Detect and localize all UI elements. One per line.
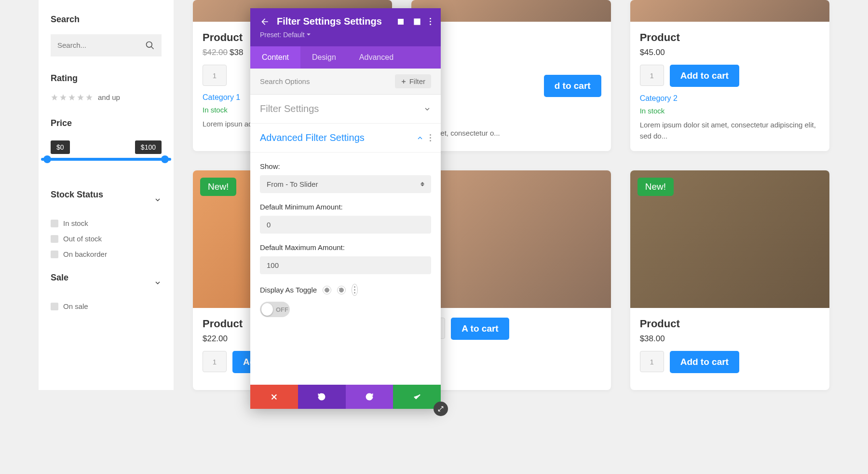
checkbox[interactable] <box>51 303 58 310</box>
product-description: Lorem ipsum dolor sit amet, consectetur … <box>640 120 820 141</box>
max-input[interactable] <box>260 256 431 274</box>
product-description: sit amet, consectetur o... <box>421 128 601 139</box>
chevron-down-icon[interactable] <box>154 279 162 287</box>
product-image <box>630 0 829 22</box>
stock-option-backorder[interactable]: On backorder <box>51 250 162 258</box>
slider-thumb-min[interactable] <box>43 155 51 163</box>
checkbox[interactable] <box>51 251 58 258</box>
star-icon <box>59 94 67 101</box>
redo-icon <box>365 392 374 401</box>
quantity-input[interactable] <box>640 351 664 372</box>
min-label: Default Minimum Amount: <box>260 203 431 211</box>
redo-button[interactable] <box>346 385 393 409</box>
add-to-cart-button[interactable]: Add to cart <box>670 351 739 373</box>
layout-icon[interactable] <box>413 18 421 26</box>
search-options-bar: Search Options Filter <box>250 69 441 95</box>
reset-icon[interactable] <box>337 286 346 294</box>
search-heading: Search <box>51 14 162 25</box>
new-badge: New! <box>200 178 236 196</box>
star-icon <box>85 94 93 101</box>
advanced-filter-section[interactable]: Advanced Filter Settings <box>250 124 441 153</box>
undo-button[interactable] <box>298 385 346 409</box>
product-image <box>411 170 610 308</box>
resize-handle[interactable] <box>434 402 448 416</box>
undo-icon <box>317 392 326 401</box>
settings-modal: Filter Settings Settings Preset: Default… <box>250 8 441 409</box>
star-icon <box>77 94 84 101</box>
show-select[interactable]: From - To Slider <box>260 175 431 193</box>
quantity-input[interactable] <box>203 351 227 372</box>
settings-body: Show: From - To Slider Default Minimum A… <box>250 153 441 327</box>
price-min-label: $0 <box>51 140 70 154</box>
slider-thumb-max[interactable] <box>161 155 169 163</box>
product-image: New! <box>630 170 829 308</box>
quantity-input[interactable] <box>203 65 227 86</box>
add-to-cart-button[interactable]: d to cart <box>544 75 601 97</box>
dropdown-icon <box>307 33 311 37</box>
and-up-label: and up <box>98 93 120 101</box>
chevron-down-icon[interactable] <box>154 196 162 204</box>
chevron-down-icon <box>423 105 431 113</box>
price-max-label: $100 <box>135 140 162 154</box>
close-icon <box>270 392 278 401</box>
rating-heading: Rating <box>51 73 162 84</box>
product-card: A to cart <box>411 170 610 390</box>
svg-line-1 <box>151 47 154 49</box>
price-heading: Price <box>51 118 162 128</box>
modal-header: Filter Settings Settings Preset: Default <box>250 8 441 46</box>
expand-icon[interactable] <box>397 18 405 26</box>
price-slider[interactable] <box>41 158 171 161</box>
modal-tabs: Content Design Advanced <box>250 46 441 69</box>
product-title: Product <box>640 318 820 330</box>
filter-button[interactable]: Filter <box>395 74 431 88</box>
chevron-up-icon <box>416 134 424 142</box>
search-options-label[interactable]: Search Options <box>260 77 310 85</box>
stock-option-outofstock[interactable]: Out of stock <box>51 235 162 243</box>
show-label: Show: <box>260 162 431 170</box>
modal-title: Filter Settings Settings <box>277 16 390 27</box>
product-card: d to cart sit amet, consectetur o... <box>411 0 610 151</box>
search-box[interactable] <box>51 34 162 56</box>
search-input[interactable] <box>57 41 155 49</box>
product-price: $45.00 <box>640 48 820 57</box>
quantity-input[interactable] <box>640 65 664 86</box>
tab-design[interactable]: Design <box>300 46 348 69</box>
sale-heading: Sale <box>51 273 68 283</box>
svg-point-0 <box>147 42 152 48</box>
help-icon[interactable] <box>323 286 331 294</box>
filter-settings-section[interactable]: Filter Settings <box>250 95 441 124</box>
product-title: Product <box>640 31 820 44</box>
cancel-button[interactable] <box>250 385 298 409</box>
rating-stars <box>51 94 93 101</box>
add-to-cart-button[interactable]: Add to cart <box>670 65 739 87</box>
max-label: Default Maximum Amount: <box>260 243 431 251</box>
more-icon[interactable] <box>352 284 358 296</box>
sale-option-onsale[interactable]: On sale <box>51 302 162 310</box>
display-toggle[interactable]: OFF <box>260 302 290 317</box>
toggle-label: Display As Toggle <box>260 286 317 294</box>
checkbox[interactable] <box>51 235 58 243</box>
tab-content[interactable]: Content <box>250 46 300 69</box>
select-arrows-icon <box>420 182 424 186</box>
svg-line-10 <box>438 406 443 411</box>
confirm-button[interactable] <box>393 385 441 409</box>
preset-selector[interactable]: Preset: Default <box>260 31 431 39</box>
svg-rect-3 <box>399 20 402 23</box>
more-icon[interactable] <box>430 18 431 25</box>
plus-icon <box>401 79 407 84</box>
new-badge: New! <box>637 178 674 196</box>
category-link[interactable]: Category 2 <box>640 94 820 103</box>
stock-label: In stock <box>640 107 820 115</box>
more-icon[interactable] <box>430 134 431 141</box>
svg-point-9 <box>327 291 327 292</box>
back-icon[interactable] <box>260 17 270 27</box>
add-to-cart-button[interactable]: A to cart <box>451 318 509 340</box>
check-icon <box>413 392 421 401</box>
rating-filter[interactable]: and up <box>51 93 162 101</box>
tab-advanced[interactable]: Advanced <box>348 46 405 69</box>
modal-footer <box>250 385 441 409</box>
checkbox[interactable] <box>51 220 58 227</box>
stock-option-instock[interactable]: In stock <box>51 219 162 227</box>
stock-heading: Stock Status <box>51 190 103 200</box>
min-input[interactable] <box>260 216 431 234</box>
